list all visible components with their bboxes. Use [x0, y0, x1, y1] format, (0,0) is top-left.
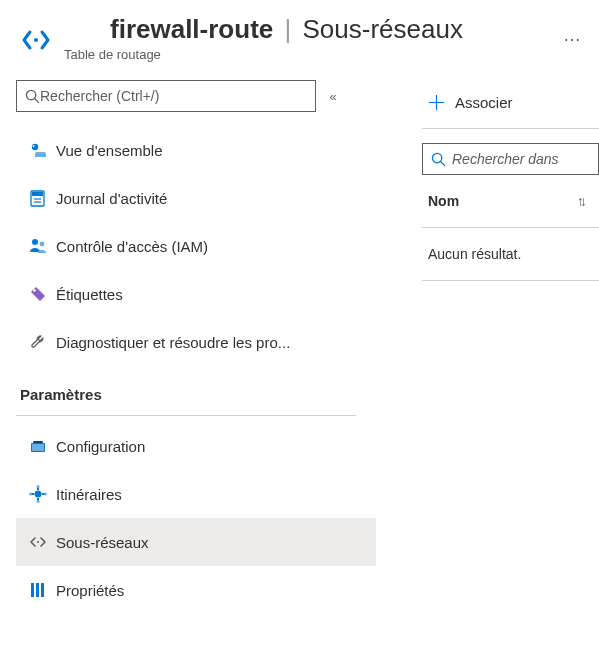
plus-icon [428, 94, 445, 111]
svg-line-2 [35, 98, 39, 102]
more-menu-button[interactable]: … [551, 14, 583, 44]
blade-title: firewall-route | Sous-réseaux [64, 14, 551, 45]
search-icon [25, 89, 40, 104]
sidebar-item-label: Étiquettes [56, 286, 368, 303]
diagnose-icon [24, 333, 52, 351]
sidebar-item-label: Contrôle d'accès (IAM) [56, 238, 368, 255]
sidebar-item-overview[interactable]: Vue d'ensemble [16, 126, 376, 174]
resource-type-label: Table de routage [64, 47, 551, 62]
resource-type-icon [16, 20, 56, 60]
toolbar: Associer [422, 80, 599, 124]
svg-point-22 [29, 493, 32, 496]
sidebar-item-label: Diagnostiquer et résoudre les pro... [56, 334, 368, 351]
svg-point-9 [32, 239, 38, 245]
svg-rect-14 [33, 441, 43, 443]
sidebar-item-configuration[interactable]: Configuration [16, 422, 376, 470]
sidebar-item-label: Journal d'activité [56, 190, 368, 207]
svg-rect-13 [32, 444, 44, 451]
table-header: Nom ↑↓ [422, 175, 599, 228]
routes-icon [24, 485, 52, 503]
svg-point-0 [34, 38, 38, 42]
sidebar-item-routes[interactable]: Itinéraires [16, 470, 376, 518]
svg-point-20 [37, 485, 40, 488]
sidebar-item-properties[interactable]: Propriétés [16, 566, 376, 614]
sidebar-search-input[interactable] [40, 88, 307, 104]
svg-line-31 [441, 161, 445, 165]
sidebar-item-label: Vue d'ensemble [56, 142, 368, 159]
svg-point-15 [35, 491, 42, 498]
toolbar-divider [422, 128, 599, 129]
search-icon [431, 152, 446, 167]
overview-icon [24, 141, 52, 159]
activity-log-icon [24, 189, 52, 207]
svg-point-11 [33, 289, 35, 291]
properties-icon [24, 581, 52, 599]
column-name[interactable]: Nom [428, 193, 459, 209]
sidebar-item-access-control[interactable]: Contrôle d'accès (IAM) [16, 222, 376, 270]
svg-point-10 [39, 242, 44, 247]
svg-point-4 [33, 145, 35, 147]
subnet-filter-input[interactable] [452, 151, 599, 167]
collapse-sidebar-button[interactable]: « [316, 89, 350, 104]
iam-icon [24, 237, 52, 255]
blade-section: Sous-réseaux [302, 14, 462, 44]
svg-point-3 [32, 144, 38, 150]
blade-header: firewall-route | Sous-réseaux Table de r… [0, 0, 599, 72]
sidebar-item-label: Propriétés [56, 582, 368, 599]
sidebar-item-label: Configuration [56, 438, 368, 455]
sidebar-item-label: Itinéraires [56, 486, 368, 503]
tags-icon [24, 285, 52, 303]
sidebar-search[interactable] [16, 80, 316, 112]
sidebar: « Vue d'ensemble Journal d'activité Cont… [16, 72, 376, 614]
table-empty-message: Aucun résultat. [422, 228, 599, 281]
associate-label: Associer [455, 94, 513, 111]
resource-name: firewall-route [64, 6, 273, 44]
sidebar-item-label: Sous-réseaux [56, 534, 368, 551]
sidebar-item-subnets[interactable]: Sous-réseaux [16, 518, 376, 566]
svg-rect-6 [32, 192, 43, 196]
svg-point-23 [44, 493, 47, 496]
subnets-icon [24, 533, 52, 551]
sidebar-item-tags[interactable]: Étiquettes [16, 270, 376, 318]
sidebar-item-diagnose[interactable]: Diagnostiquer et résoudre les pro... [16, 318, 376, 366]
associate-button[interactable]: Associer [422, 90, 519, 115]
sort-icon[interactable]: ↑↓ [577, 193, 583, 209]
main-pane: Associer Nom ↑↓ Aucun résultat. [376, 72, 599, 281]
svg-point-21 [37, 500, 40, 503]
svg-point-24 [37, 541, 39, 543]
svg-rect-25 [31, 583, 34, 597]
svg-rect-26 [36, 583, 39, 597]
subnet-filter[interactable] [422, 143, 599, 175]
section-divider [16, 415, 356, 416]
section-heading-settings: Paramètres [16, 366, 376, 413]
sidebar-item-activity-log[interactable]: Journal d'activité [16, 174, 376, 222]
svg-rect-27 [41, 583, 44, 597]
configuration-icon [24, 437, 52, 455]
